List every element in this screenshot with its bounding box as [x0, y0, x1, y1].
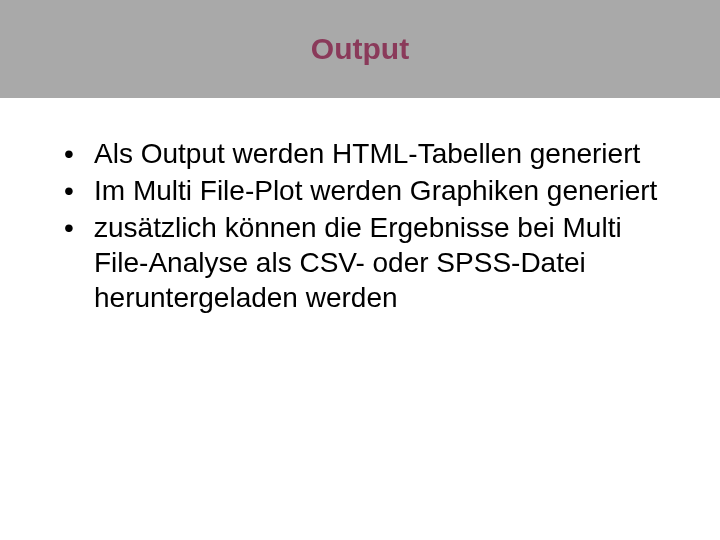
slide-title: Output — [311, 32, 409, 66]
slide-content: Als Output werden HTML-Tabellen generier… — [0, 98, 720, 315]
list-item: Im Multi File-Plot werden Graphiken gene… — [56, 173, 664, 208]
list-item: zusätzlich können die Ergebnisse bei Mul… — [56, 210, 664, 315]
bullet-list: Als Output werden HTML-Tabellen generier… — [56, 136, 664, 315]
list-item: Als Output werden HTML-Tabellen generier… — [56, 136, 664, 171]
header-band: Output — [0, 0, 720, 98]
